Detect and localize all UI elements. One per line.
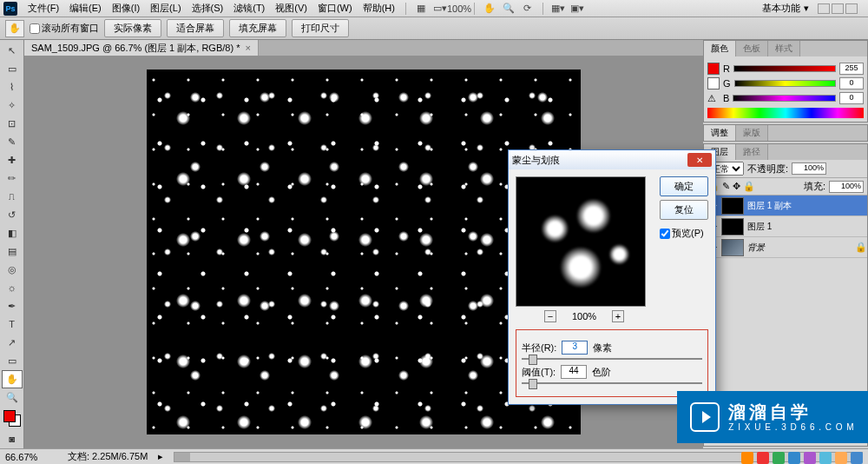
healing-tool-icon[interactable]: ✚ [2, 151, 23, 169]
launch-bridge-icon[interactable]: ▦ [413, 2, 429, 16]
tray-icon[interactable] [757, 452, 769, 464]
menu-file[interactable]: 文件(F) [23, 0, 64, 17]
zoom-out-button[interactable]: − [544, 310, 556, 322]
document-tab[interactable]: SAM_1509.JPG @ 66.7% (图层 1 副本, RGB/8) * … [24, 40, 259, 56]
g-slider[interactable] [734, 80, 836, 87]
zoom-icon[interactable]: 🔍 [501, 2, 516, 16]
threshold-input[interactable]: 44 [561, 365, 587, 379]
scroll-all-windows-checkbox[interactable]: 滚动所有窗口 [30, 22, 99, 35]
fill-screen-button[interactable]: 填充屏幕 [229, 19, 286, 37]
spectrum-bar[interactable] [707, 108, 864, 118]
zoom-value: 100% [572, 311, 596, 321]
hand-tool-icon[interactable]: ✋ [2, 370, 23, 388]
restore-button[interactable] [832, 3, 844, 14]
tab-color[interactable]: 颜色 [704, 41, 736, 56]
menu-bar: Ps 文件(F) 编辑(E) 图像(I) 图层(L) 选择(S) 滤镜(T) 视… [0, 0, 868, 17]
radius-slider[interactable] [522, 358, 702, 360]
menu-edit[interactable]: 编辑(E) [64, 0, 107, 17]
tray-icon[interactable] [819, 452, 832, 464]
history-brush-tool-icon[interactable]: ↺ [2, 206, 23, 224]
opacity-label: 不透明度: [747, 162, 788, 176]
radius-input[interactable]: 3 [562, 341, 588, 355]
separator [474, 3, 475, 15]
minimize-button[interactable] [818, 3, 830, 14]
ok-button[interactable]: 确定 [660, 176, 708, 196]
path-tool-icon[interactable]: ↗ [2, 334, 23, 352]
zoom-level[interactable]: 100% [451, 2, 467, 16]
pen-tool-icon[interactable]: ✒ [2, 297, 23, 315]
layer-row[interactable]: 👁 图层 1 [704, 216, 867, 237]
close-tab-icon[interactable]: × [245, 43, 250, 53]
workspace-switcher[interactable]: 基本功能▾ [755, 0, 865, 17]
shape-tool-icon[interactable]: ▭ [2, 352, 23, 370]
move-tool-icon[interactable]: ↖ [2, 42, 23, 60]
tray-icon[interactable] [788, 452, 800, 464]
fg-chip[interactable] [707, 63, 720, 75]
threshold-slider[interactable] [522, 382, 702, 384]
g-value[interactable]: 0 [839, 77, 864, 89]
dialog-titlebar[interactable]: 蒙尘与划痕 ✕ [509, 150, 715, 169]
zoom-in-button[interactable]: + [612, 310, 624, 322]
tab-paths[interactable]: 路径 [736, 144, 768, 160]
fill-value[interactable]: 100% [829, 181, 864, 193]
tray-icon[interactable] [835, 452, 847, 464]
menu-image[interactable]: 图像(I) [107, 0, 145, 17]
preview-checkbox[interactable]: 预览(P) [660, 227, 708, 240]
zoom-tool-icon[interactable]: 🔍 [2, 388, 23, 407]
opacity-value[interactable]: 100% [792, 162, 826, 175]
tray-icon[interactable] [741, 452, 753, 464]
brush-tool-icon[interactable]: ✏ [2, 169, 23, 188]
view-extras-icon[interactable]: ▭▾ [432, 2, 448, 16]
marquee-tool-icon[interactable]: ▭ [2, 60, 23, 78]
tab-masks[interactable]: 蒙版 [736, 125, 768, 141]
print-size-button[interactable]: 打印尺寸 [292, 19, 349, 37]
r-slider[interactable] [733, 65, 836, 72]
arrange-icon[interactable]: ▦▾ [550, 2, 566, 16]
rotate-icon[interactable]: ⟳ [520, 2, 536, 16]
tab-adjustments[interactable]: 调整 [704, 125, 736, 141]
bg-chip[interactable] [707, 77, 720, 89]
reset-button[interactable]: 复位 [660, 200, 708, 220]
menu-layer[interactable]: 图层(L) [145, 0, 186, 17]
menu-filter[interactable]: 滤镜(T) [228, 0, 270, 17]
menu-window[interactable]: 窗口(W) [312, 0, 358, 17]
dialog-preview[interactable] [516, 176, 646, 307]
screen-mode-icon[interactable]: ▣▾ [569, 2, 585, 16]
dialog-close-button[interactable]: ✕ [687, 153, 712, 167]
dodge-tool-icon[interactable]: ☼ [2, 279, 23, 297]
layer-row[interactable]: 👁 背景 🔒 [704, 237, 867, 258]
blur-tool-icon[interactable]: ◎ [2, 261, 23, 279]
tray-icon[interactable] [851, 452, 863, 464]
tray-icon[interactable] [773, 452, 785, 464]
quick-mask-icon[interactable]: ◙ [2, 430, 23, 448]
b-value[interactable]: 0 [839, 92, 864, 104]
actual-pixels-button[interactable]: 实际像素 [104, 19, 161, 37]
close-button[interactable] [845, 3, 858, 14]
tab-swatches[interactable]: 色板 [736, 41, 768, 56]
gradient-tool-icon[interactable]: ▤ [2, 242, 23, 261]
menu-view[interactable]: 视图(V) [270, 0, 312, 17]
hand-tool-icon[interactable]: ✋ [5, 20, 24, 37]
fit-screen-button[interactable]: 适合屏幕 [167, 19, 224, 37]
g-label: G [723, 78, 731, 89]
eyedropper-tool-icon[interactable]: ✎ [2, 133, 23, 151]
hand-icon[interactable]: ✋ [482, 2, 497, 16]
wand-tool-icon[interactable]: ✧ [2, 96, 23, 115]
stamp-tool-icon[interactable]: ⎍ [2, 188, 23, 206]
foreground-color[interactable] [3, 410, 16, 422]
r-value[interactable]: 255 [839, 63, 864, 75]
color-swatch[interactable] [3, 410, 21, 427]
type-tool-icon[interactable]: T [2, 315, 23, 334]
menu-select[interactable]: 选择(S) [187, 0, 229, 17]
crop-tool-icon[interactable]: ⊡ [2, 115, 23, 133]
threshold-unit: 色阶 [592, 366, 611, 379]
tray-icon[interactable] [804, 452, 816, 464]
layer-row[interactable]: 👁 图层 1 副本 [704, 196, 867, 216]
b-slider[interactable] [733, 95, 836, 102]
menu-help[interactable]: 帮助(H) [358, 0, 400, 17]
lasso-tool-icon[interactable]: ⌇ [2, 78, 23, 96]
tab-styles[interactable]: 样式 [768, 41, 800, 56]
eraser-tool-icon[interactable]: ◧ [2, 224, 23, 242]
dialog-title: 蒙尘与划痕 [512, 154, 560, 167]
status-zoom[interactable]: 66.67% [5, 452, 57, 462]
